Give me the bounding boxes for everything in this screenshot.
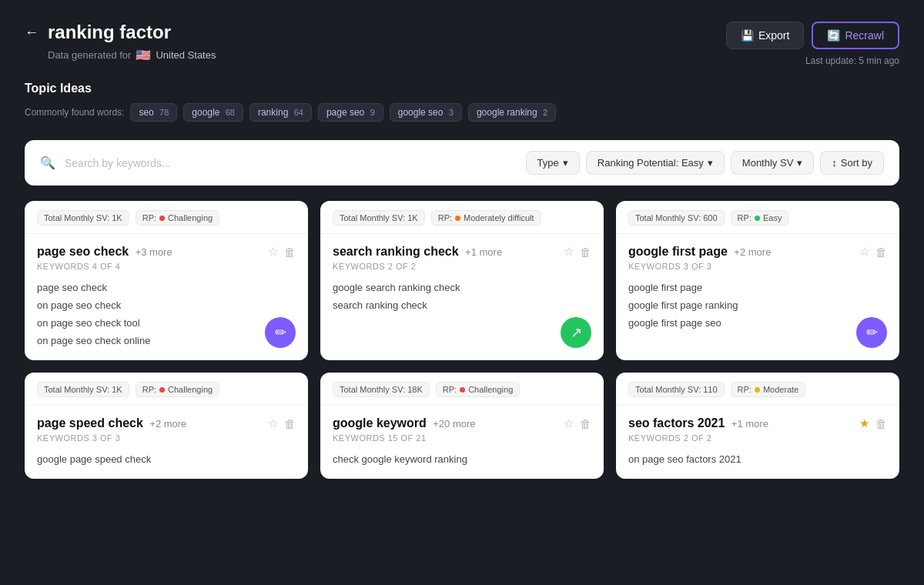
export-button[interactable]: 💾 Export (726, 22, 804, 49)
card-title-wrap: page seo check +3 more (37, 245, 172, 259)
keyword-item: google first page (628, 279, 887, 296)
keyword-item: on page seo factors 2021 (628, 450, 887, 468)
header-right: 💾 Export 🔄 Recrawl Last update: 5 min ag… (726, 22, 899, 66)
word-tag[interactable]: seo 78 (130, 103, 177, 122)
keywords-label: KEYWORDS 3 of 3 (628, 262, 887, 271)
card-header-bar: Total Monthly SV: 18K RP: Challenging (320, 373, 604, 406)
keywords-label: KEYWORDS 2 of 2 (628, 433, 887, 443)
card-title: page speed check (37, 416, 143, 430)
card-title-wrap: google keyword +20 more (333, 416, 476, 430)
star-icon[interactable]: ☆ (564, 245, 574, 259)
star-icon[interactable]: ☆ (859, 245, 869, 259)
trash-icon[interactable]: 🗑 (284, 417, 296, 430)
type-filter[interactable]: Type ▾ (526, 151, 580, 175)
edit-fab[interactable]: ✏ (265, 317, 296, 348)
card: Total Monthly SV: 1K RP: Challenging pag… (25, 201, 308, 360)
card-body: page seo check +3 more ☆ 🗑 KEYWORDS 4 of… (25, 234, 308, 360)
sort-button[interactable]: ↕ Sort by (820, 151, 884, 175)
card-title-row: seo factors 2021 +1 more ★ 🗑 (628, 416, 887, 430)
trash-icon[interactable]: 🗑 (875, 417, 887, 430)
keywords-label: KEYWORDS 15 of 21 (333, 433, 591, 443)
star-icon[interactable]: ☆ (268, 416, 278, 430)
card-header-bar: Total Monthly SV: 1K RP: Challenging (25, 373, 308, 406)
star-icon[interactable]: ★ (859, 416, 869, 430)
card-title: search ranking check (333, 245, 459, 258)
star-icon[interactable]: ☆ (268, 245, 278, 259)
card-title-wrap: search ranking check +1 more (333, 245, 502, 259)
link-fab[interactable]: ↗ (561, 317, 591, 348)
sv-badge: Total Monthly SV: 1K (333, 210, 425, 226)
card-actions: ☆ 🗑 (859, 245, 887, 259)
back-button[interactable]: ← (25, 25, 38, 41)
country-flag: 🇺🇸 (136, 48, 151, 62)
keyword-item: check google keyword ranking (333, 450, 591, 468)
recrawl-icon: 🔄 (827, 29, 840, 42)
card-body: google keyword +20 more ☆ 🗑 KEYWORDS 15 … (320, 406, 604, 479)
keyword-item: google first page ranking (628, 296, 887, 314)
trash-icon[interactable]: 🗑 (875, 246, 887, 259)
keyword-item: google search ranking check (333, 279, 591, 296)
card-actions: ☆ 🗑 (564, 416, 591, 430)
header-left: ← ranking factor Data generated for 🇺🇸 U… (25, 22, 216, 62)
card-header-bar: Total Monthly SV: 1K RP: Challenging (25, 201, 308, 234)
keywords-label: KEYWORDS 3 of 3 (37, 433, 296, 443)
card-more: +1 more (465, 246, 502, 258)
header: ← ranking factor Data generated for 🇺🇸 U… (0, 0, 924, 82)
edit-fab[interactable]: ✏ (856, 317, 887, 348)
card-header-bar: Total Monthly SV: 600 RP: Easy (616, 201, 899, 234)
recrawl-button[interactable]: 🔄 Recrawl (812, 22, 899, 49)
title-row: ← ranking factor (25, 22, 216, 43)
subtitle-prefix: Data generated for (48, 49, 131, 61)
card: Total Monthly SV: 600 RP: Easy google fi… (616, 201, 899, 360)
cards-grid: Total Monthly SV: 1K RP: Challenging pag… (0, 201, 924, 497)
trash-icon[interactable]: 🗑 (284, 246, 296, 259)
sv-badge: Total Monthly SV: 600 (628, 210, 725, 226)
card: Total Monthly SV: 110 RP: Moderate seo f… (616, 373, 899, 479)
sv-filter[interactable]: Monthly SV ▾ (731, 151, 814, 175)
chevron-down-icon: ▾ (563, 157, 568, 169)
keyword-item: google page speed check (37, 450, 296, 468)
keywords-label: KEYWORDS 4 of 4 (37, 262, 296, 271)
common-label: Commonly found words: (25, 107, 124, 118)
rp-filter[interactable]: Ranking Potential: Easy ▾ (586, 151, 725, 175)
card-title-row: page seo check +3 more ☆ 🗑 (37, 245, 296, 259)
sv-badge: Total Monthly SV: 110 (628, 382, 725, 397)
search-input[interactable] (65, 157, 517, 169)
star-icon[interactable]: ☆ (564, 416, 574, 430)
topic-title: Topic Ideas (25, 82, 899, 95)
word-tag[interactable]: page seo 9 (318, 103, 383, 122)
page-title: ranking factor (48, 22, 171, 43)
keyword-list: google page speed check (37, 450, 296, 468)
header-buttons: 💾 Export 🔄 Recrawl (726, 22, 899, 49)
country-name: United States (156, 49, 216, 61)
card-header-bar: Total Monthly SV: 110 RP: Moderate (616, 373, 899, 406)
word-tag[interactable]: google ranking 2 (468, 103, 556, 122)
card-more: +20 more (433, 418, 475, 430)
trash-icon[interactable]: 🗑 (580, 417, 591, 430)
keyword-item: on page seo check tool (37, 314, 296, 332)
keyword-item: search ranking check (333, 296, 591, 314)
card-more: +1 more (732, 418, 768, 430)
keyword-item: google first page seo (628, 314, 887, 332)
card-body: search ranking check +1 more ☆ 🗑 KEYWORD… (320, 234, 604, 325)
card-title-wrap: google first page +2 more (628, 245, 771, 259)
card-header-bar: Total Monthly SV: 1K RP: Moderately diff… (320, 201, 604, 234)
card-actions: ☆ 🗑 (564, 245, 591, 259)
word-tag[interactable]: google 68 (183, 103, 243, 122)
rp-badge: RP: Moderate (731, 382, 806, 397)
sv-badge: Total Monthly SV: 18K (333, 382, 430, 397)
card-title-wrap: seo factors 2021 +1 more (628, 416, 768, 430)
rp-dot (460, 387, 465, 393)
common-words-row: Commonly found words: seo 78google 68ran… (25, 103, 899, 122)
rp-badge: RP: Challenging (436, 382, 520, 397)
sv-badge: Total Monthly SV: 1K (37, 210, 129, 226)
rp-dot (159, 387, 165, 393)
card-body: page speed check +2 more ☆ 🗑 KEYWORDS 3 … (25, 406, 308, 479)
trash-icon[interactable]: 🗑 (580, 246, 591, 259)
word-tag[interactable]: google seo 3 (390, 103, 462, 122)
rp-dot (755, 387, 760, 393)
keyword-list: on page seo factors 2021 (628, 450, 887, 468)
card-title-row: google first page +2 more ☆ 🗑 (628, 245, 887, 259)
rp-dot (755, 216, 760, 221)
word-tag[interactable]: ranking 64 (249, 103, 312, 122)
